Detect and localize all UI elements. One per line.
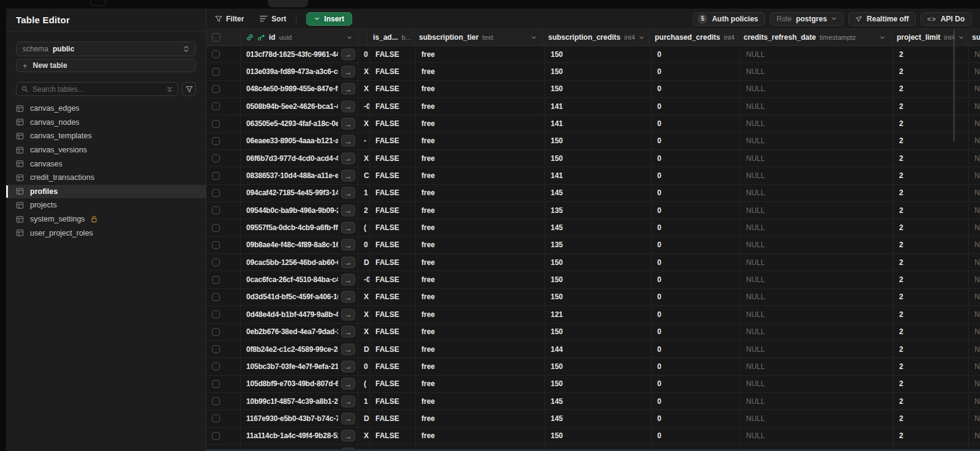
cell-id[interactable]: 013cf78d-1625-43fc-9961-442189... →	[241, 46, 358, 62]
cell-is-admin[interactable]: FALSE	[370, 271, 416, 288]
cell-subscription-tier[interactable]: free	[416, 133, 545, 149]
expand-row-button[interactable]: →	[341, 66, 355, 78]
cell-hidden-column[interactable]: 0	[358, 46, 370, 62]
cell-clipped[interactable]: NULL	[969, 115, 980, 132]
expand-row-button[interactable]: →	[341, 326, 355, 338]
cell-credits-refresh-date[interactable]: NULL	[741, 341, 894, 357]
column-header-credits-refresh-date[interactable]: credits_refresh_date timestamptz	[738, 29, 891, 45]
insert-button[interactable]: Insert	[306, 12, 352, 26]
row-checkbox[interactable]	[212, 362, 220, 370]
table-row[interactable]: 09b8ae4e-f48c-4f89-8a8c-1629b... → 0 FAL…	[206, 237, 980, 254]
table-row[interactable]: 063505e5-4293-4faf-a18c-0e65b... → X FAL…	[206, 115, 980, 132]
column-header-is-admin[interactable]: is_ad... b...	[368, 29, 413, 45]
role-select-button[interactable]: Role postgres	[770, 12, 843, 26]
cell-is-admin[interactable]: FALSE	[370, 81, 416, 97]
row-checkbox[interactable]	[212, 206, 220, 214]
cell-id[interactable]: 09cac5bb-1256-46bd-ab60-64ed... →	[241, 254, 358, 270]
cell-credits-refresh-date[interactable]: NULL	[741, 254, 894, 270]
expand-row-button[interactable]: →	[341, 100, 355, 112]
cell-is-admin[interactable]: FALSE	[370, 324, 416, 340]
chevron-down-icon[interactable]	[347, 35, 352, 40]
table-row[interactable]: 1167e930-e5b0-43b7-b74c-788c9... → D FAL…	[206, 410, 980, 427]
row-checkbox[interactable]	[212, 293, 220, 301]
cell-is-admin[interactable]: FALSE	[370, 133, 416, 149]
cell-project-limit[interactable]: 2	[894, 341, 969, 357]
row-checkbox[interactable]	[212, 276, 220, 284]
cell-purchased-credits[interactable]: 0	[652, 271, 741, 288]
cell-project-limit[interactable]: 2	[894, 219, 969, 236]
cell-is-admin[interactable]: FALSE	[370, 115, 416, 132]
cell-subscription-tier[interactable]: free	[416, 254, 545, 270]
cell-subscription-tier[interactable]: free	[416, 202, 545, 218]
cell-subscription-tier[interactable]: free	[416, 150, 545, 166]
expand-row-button[interactable]: →	[341, 308, 355, 320]
cell-is-admin[interactable]: FALSE	[370, 410, 416, 427]
table-row[interactable]: 0508b94b-5ee2-4626-bca1-4bca... → -0 FAL…	[206, 98, 980, 115]
cell-project-limit[interactable]: 2	[894, 324, 969, 340]
cell-purchased-credits[interactable]: 0	[652, 133, 741, 149]
cell-purchased-credits[interactable]: 0	[652, 167, 741, 184]
cell-id[interactable]: 0cac6fca-26cf-4510-84ba-c4580... →	[241, 271, 358, 288]
row-checkbox[interactable]	[212, 189, 220, 197]
cell-hidden-column[interactable]: 0	[358, 358, 370, 375]
cell-subscription-credits[interactable]: 135	[545, 202, 652, 218]
cell-purchased-credits[interactable]: 0	[652, 358, 741, 375]
cell-project-limit[interactable]: 2	[894, 115, 969, 132]
table-row[interactable]: 105d8bf9-e703-49bd-807d-645e... → ( FALS…	[206, 376, 980, 393]
cell-purchased-credits[interactable]: 0	[652, 393, 741, 409]
row-checkbox[interactable]	[212, 414, 220, 422]
cell-hidden-column[interactable]: 1	[358, 393, 370, 409]
cell-subscription-tier[interactable]: free	[416, 46, 545, 62]
realtime-toggle-button[interactable]: Realtime off	[848, 12, 916, 26]
sidebar-table-item[interactable]: canvas_edges	[6, 102, 206, 116]
cell-purchased-credits[interactable]: 0	[652, 185, 741, 201]
cell-clipped[interactable]: NULL	[969, 341, 980, 357]
cell-clipped[interactable]: NULL	[969, 202, 980, 218]
cell-hidden-column[interactable]: C	[358, 167, 370, 184]
cell-id[interactable]: 0d48e4d4-b1bf-4479-9a8b-4a4b... →	[241, 306, 358, 322]
row-checkbox[interactable]	[212, 85, 220, 93]
cell-credits-refresh-date[interactable]: NULL	[741, 428, 894, 444]
cell-hidden-column[interactable]: D	[358, 410, 370, 427]
cell-subscription-tier[interactable]: free	[416, 358, 545, 375]
cell-purchased-credits[interactable]: 0	[652, 115, 741, 132]
row-checkbox[interactable]	[212, 258, 220, 266]
cell-is-admin[interactable]: FALSE	[370, 358, 416, 375]
cell-clipped[interactable]: NULL	[969, 219, 980, 236]
cell-clipped[interactable]: NULL	[969, 428, 980, 444]
sort-button[interactable]: Sort	[260, 15, 286, 23]
column-header-purchased-credits[interactable]: purchased_credits int4	[649, 29, 738, 45]
cell-project-limit[interactable]: 2	[894, 428, 969, 444]
expand-row-button[interactable]: →	[341, 430, 355, 442]
sidebar-table-item[interactable]: canvas_versions	[6, 143, 206, 157]
cell-purchased-credits[interactable]: 0	[652, 202, 741, 218]
sidebar-table-item[interactable]: canvas_nodes	[6, 116, 206, 130]
cell-is-admin[interactable]: FALSE	[370, 98, 416, 114]
table-row[interactable]: 013cf78d-1625-43fc-9961-442189... → 0 FA…	[206, 46, 980, 63]
cell-credits-refresh-date[interactable]: NULL	[741, 46, 894, 62]
cell-subscription-tier[interactable]: free	[416, 98, 545, 114]
cell-is-admin[interactable]: FALSE	[370, 46, 416, 62]
cell-clipped[interactable]: NULL	[969, 98, 980, 114]
cell-credits-refresh-date[interactable]: NULL	[741, 306, 894, 322]
expand-row-button[interactable]: →	[341, 118, 355, 130]
table-row[interactable]: 09544b0c-ba9b-496a-9b09-244... → 2 FALSE…	[206, 202, 980, 219]
table-row[interactable]: 0d48e4d4-b1bf-4479-9a8b-4a4b... → X FALS…	[206, 306, 980, 323]
chevron-down-icon[interactable]	[531, 35, 537, 40]
cell-hidden-column[interactable]: -0	[358, 98, 370, 114]
cell-is-admin[interactable]: FALSE	[370, 254, 416, 270]
cell-is-admin[interactable]: FALSE	[370, 219, 416, 236]
cell-subscription-tier[interactable]: free	[416, 81, 545, 97]
sidebar-table-item[interactable]: credit_transactions	[6, 171, 206, 185]
cell-purchased-credits[interactable]: 0	[652, 428, 741, 444]
cell-project-limit[interactable]: 2	[894, 237, 969, 253]
cell-subscription-credits[interactable]: 135	[545, 237, 652, 253]
auth-policies-button[interactable]: 5 Auth policies	[693, 12, 764, 26]
cell-subscription-credits[interactable]: 150	[545, 271, 652, 288]
cell-subscription-credits[interactable]: 150	[545, 150, 652, 166]
cell-credits-refresh-date[interactable]: NULL	[741, 393, 894, 409]
cell-project-limit[interactable]: 2	[894, 46, 969, 62]
cell-hidden-column[interactable]: X	[358, 81, 370, 97]
table-row[interactable]: 08386537-10d4-488a-a11e-eb5a6... → C FAL…	[206, 167, 980, 184]
expand-row-button[interactable]: →	[341, 135, 355, 147]
